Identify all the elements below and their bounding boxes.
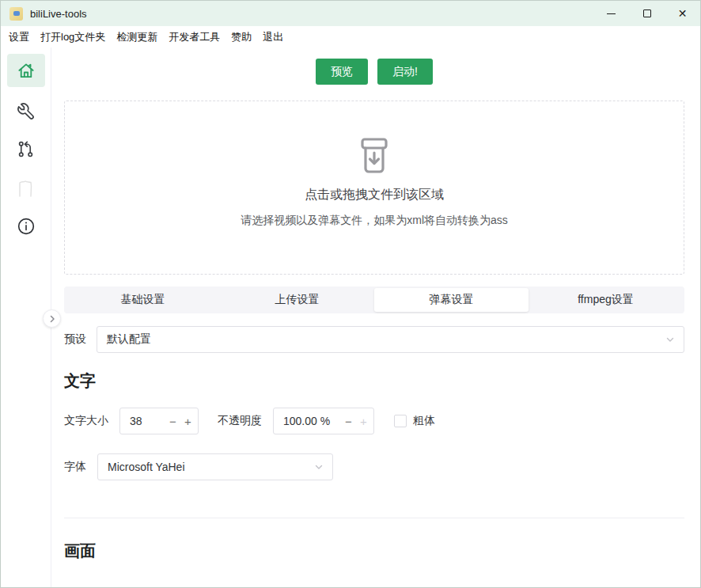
- menu-item-exit[interactable]: 退出: [257, 27, 289, 47]
- opacity-label: 不透明度: [218, 414, 262, 428]
- maximize-button[interactable]: [629, 1, 665, 26]
- cut-icon: [14, 176, 38, 201]
- text-fields-row: 文字大小 38 − + 不透明度 100.00 % − + 粗体: [64, 408, 684, 434]
- chevron-down-icon: [665, 334, 676, 345]
- sidebar-item-about[interactable]: [16, 214, 36, 238]
- maximize-icon: [643, 9, 651, 17]
- wrench-icon: [16, 101, 36, 121]
- app-window: biliLive-tools ✕ 设置 打开log文件夹 检测更新 开发者工具 …: [0, 0, 701, 588]
- action-row: 预览 启动!: [64, 59, 684, 85]
- menu-item-settings[interactable]: 设置: [3, 27, 35, 47]
- app-icon: [9, 7, 23, 21]
- sidebar-item-cut[interactable]: [14, 175, 38, 202]
- font-size-decrement-button[interactable]: −: [165, 415, 181, 428]
- font-size-value: 38: [120, 415, 165, 427]
- start-button[interactable]: 启动!: [377, 59, 433, 85]
- bold-checkbox[interactable]: [394, 415, 407, 427]
- menu-item-devtools[interactable]: 开发者工具: [163, 27, 225, 47]
- font-family-label: 字体: [64, 460, 86, 474]
- font-family-value: Microsoft YaHei: [108, 461, 313, 473]
- font-size-increment-button[interactable]: +: [181, 415, 198, 428]
- menu-item-check-update[interactable]: 检测更新: [111, 27, 163, 47]
- preview-button[interactable]: 预览: [316, 59, 368, 85]
- file-dropzone[interactable]: 点击或拖拽文件到该区域 请选择视频以及弹幕文件，如果为xml将自动转换为ass: [64, 101, 684, 275]
- opacity-decrement-button[interactable]: −: [340, 415, 357, 428]
- preset-label: 预设: [64, 332, 86, 347]
- preset-select[interactable]: 默认配置: [97, 326, 684, 353]
- tab-upload-settings[interactable]: 上传设置: [220, 288, 374, 312]
- chevron-right-icon: [47, 314, 57, 324]
- chevron-down-icon: [313, 461, 324, 472]
- main-content: 预览 启动! 点击或拖拽文件到该区域 请选择视频以及弹幕文件，如果为xml将自动…: [51, 47, 700, 587]
- upload-archive-icon: [65, 136, 684, 177]
- sidebar-item-tools[interactable]: [16, 99, 36, 123]
- menubar: 设置 打开log文件夹 检测更新 开发者工具 赞助 退出: [1, 26, 700, 47]
- git-compare-icon: [16, 139, 36, 159]
- font-size-input[interactable]: 38 − +: [119, 408, 199, 434]
- section-divider: [64, 518, 684, 518]
- minimize-icon: [607, 13, 616, 14]
- home-icon: [16, 60, 36, 81]
- sidebar-collapse-toggle[interactable]: [43, 309, 61, 328]
- close-button[interactable]: ✕: [665, 1, 700, 26]
- screen-section-title: 画面: [64, 541, 684, 562]
- opacity-input[interactable]: 100.00 % − +: [273, 408, 374, 434]
- minimize-button[interactable]: [593, 1, 629, 26]
- info-icon: [16, 216, 36, 237]
- window-title: biliLive-tools: [30, 8, 87, 20]
- sidebar-item-home[interactable]: [7, 54, 45, 87]
- font-size-label: 文字大小: [64, 414, 108, 428]
- menu-item-open-log-folder[interactable]: 打开log文件夹: [35, 27, 111, 47]
- settings-tabs: 基础设置 上传设置 弹幕设置 ffmpeg设置: [64, 286, 684, 313]
- tab-ffmpeg-settings[interactable]: ffmpeg设置: [529, 288, 683, 312]
- opacity-value: 100.00 %: [274, 415, 340, 427]
- preset-row: 预设 默认配置: [64, 326, 684, 353]
- app-body: 预览 启动! 点击或拖拽文件到该区域 请选择视频以及弹幕文件，如果为xml将自动…: [1, 47, 700, 587]
- opacity-increment-button[interactable]: +: [357, 415, 373, 428]
- tab-danmu-settings[interactable]: 弹幕设置: [374, 288, 529, 312]
- dropzone-main-text: 点击或拖拽文件到该区域: [65, 187, 684, 203]
- tab-basic-settings[interactable]: 基础设置: [66, 288, 220, 312]
- text-section-title: 文字: [64, 370, 684, 392]
- sidebar-item-convert[interactable]: [16, 137, 36, 161]
- menu-item-sponsor[interactable]: 赞助: [225, 27, 257, 47]
- titlebar: biliLive-tools ✕: [1, 1, 700, 26]
- close-icon: ✕: [678, 8, 688, 19]
- bold-label: 粗体: [413, 414, 435, 428]
- dropzone-sub-text: 请选择视频以及弹幕文件，如果为xml将自动转换为ass: [65, 214, 684, 228]
- font-row: 字体 Microsoft YaHei: [64, 453, 684, 480]
- preset-select-value: 默认配置: [107, 332, 665, 347]
- font-family-select[interactable]: Microsoft YaHei: [97, 453, 333, 480]
